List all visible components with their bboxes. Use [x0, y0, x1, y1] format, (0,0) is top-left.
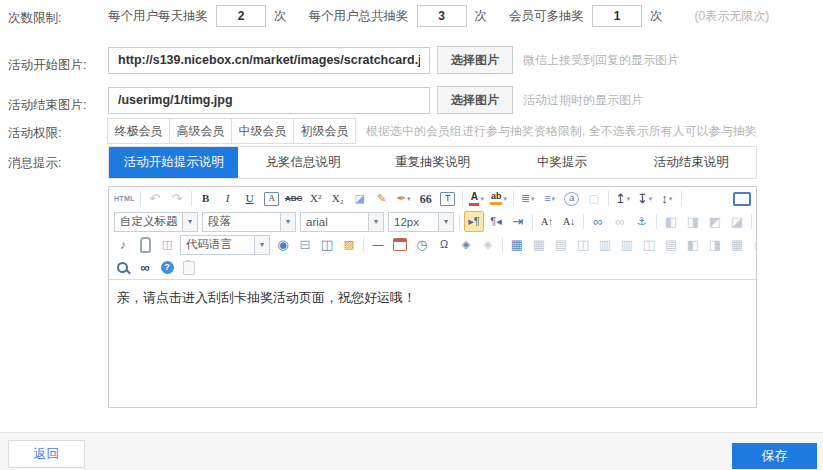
start-image-choose-button[interactable]: 选择图片 — [437, 46, 513, 74]
help-icon[interactable]: ? — [157, 257, 177, 278]
tab-redeem-info[interactable]: 兑奖信息说明 — [238, 147, 367, 178]
line-height-icon[interactable]: ↕▾ — [657, 188, 677, 209]
tab-activity-start-prompt[interactable]: 活动开始提示说明 — [109, 147, 238, 178]
toolbar-row-2: 自定义标题▾段落▾arial▾12px▾▸¶¶◂⇥A↑A↓∞∞⚓◧◨◩◪☺✿ — [109, 210, 756, 233]
attachment-icon[interactable] — [135, 234, 155, 255]
total-input[interactable] — [417, 5, 467, 27]
baidu-map-icon[interactable]: ◈ — [456, 234, 476, 255]
unlink-icon[interactable]: ∞ — [610, 211, 630, 232]
dropdown-arrow-icon: ▾ — [552, 195, 556, 203]
fullscreen-icon[interactable] — [732, 188, 752, 209]
start-image-input[interactable] — [108, 47, 430, 74]
paste-icon[interactable] — [179, 257, 199, 278]
cell-align-icon[interactable]: ▤ — [661, 234, 681, 255]
insert-code-icon[interactable]: ◉ — [273, 234, 293, 255]
toolbar-separator — [191, 191, 192, 206]
tab-win-prompt[interactable]: 中奖提示 — [497, 147, 626, 178]
insert-template-icon[interactable]: ◫ — [317, 234, 337, 255]
dropdown-arrow-icon: ▾ — [503, 195, 507, 203]
bottom-spacing-icon[interactable]: ↧▾ — [635, 188, 655, 209]
music-icon[interactable]: ♪ — [113, 234, 133, 255]
bold-icon[interactable]: B — [196, 188, 216, 209]
merge-cells-icon[interactable]: ◫ — [573, 234, 593, 255]
member-group-ultimate[interactable]: 终极会员 — [107, 118, 170, 144]
remove-format-icon[interactable]: ◪ — [350, 188, 370, 209]
superscript-icon[interactable]: X² — [306, 188, 326, 209]
indent-icon[interactable]: ⇥ — [508, 211, 528, 232]
member-group-junior[interactable]: 初级会员 — [293, 118, 356, 144]
strikethrough-icon[interactable]: ABC — [284, 188, 304, 209]
date-icon[interactable] — [390, 234, 410, 255]
font-size-select[interactable]: 12px▾ — [388, 212, 454, 232]
code-language-select[interactable]: 代码语言▾ — [180, 235, 270, 255]
anchor-label-icon[interactable]: a — [562, 188, 582, 209]
delete-table-icon[interactable]: ▦ — [529, 234, 549, 255]
new-doc-icon[interactable]: ▢ — [749, 234, 756, 255]
insert-table-icon[interactable]: ▦ — [507, 234, 527, 255]
highlight-color-icon[interactable]: ab▾ — [489, 188, 509, 209]
editor-content[interactable]: 亲，请点击进入刮刮卡抽奖活动页面，祝您好运哦！ — [109, 280, 756, 407]
anchor-icon[interactable]: ⚓ — [632, 211, 652, 232]
per-day-input[interactable] — [216, 5, 266, 27]
blank-page-icon[interactable]: ▢ — [584, 188, 604, 209]
hr-icon[interactable]: — — [368, 234, 388, 255]
member-group-senior[interactable]: 高级会员 — [169, 118, 232, 144]
auto-typeset-icon[interactable]: ✎ — [372, 188, 392, 209]
end-image-choose-button[interactable]: 选择图片 — [437, 86, 513, 114]
toolbar-row-1: HTML↶↷BIUAABCX²X₂◪✎✒▾66TA▾ab▾≣▾≡▾a▢↥▾↧▾↕… — [109, 187, 756, 210]
redo-icon[interactable]: ↷ — [167, 188, 187, 209]
member-extra-input[interactable] — [592, 5, 642, 27]
image-right-icon[interactable]: ◪ — [727, 211, 747, 232]
html-source-icon[interactable]: HTML — [113, 188, 136, 209]
format-painter-icon[interactable]: ✒▾ — [394, 188, 414, 209]
subscript-icon[interactable]: X₂ — [328, 188, 348, 209]
time-icon[interactable]: ◷ — [412, 234, 432, 255]
background-icon[interactable]: ▨ — [339, 234, 359, 255]
ordered-list-icon[interactable]: ≣▾ — [518, 188, 538, 209]
font-size-up-icon[interactable]: A↑ — [537, 211, 557, 232]
split-cell-icon[interactable]: ◫ — [639, 234, 659, 255]
member-group-middle[interactable]: 中级会员 — [231, 118, 294, 144]
paste-text-icon[interactable]: T — [438, 188, 458, 209]
font-size-down-icon[interactable]: A↓ — [559, 211, 579, 232]
table-left-icon[interactable]: ◧ — [683, 234, 703, 255]
save-button[interactable]: 保存 — [732, 443, 817, 469]
unordered-list-icon[interactable]: ≡▾ — [540, 188, 560, 209]
tab-label: 中奖提示 — [537, 155, 587, 169]
italic-icon[interactable]: I — [218, 188, 238, 209]
undo-icon[interactable]: ↶ — [145, 188, 165, 209]
table-center-icon[interactable]: ◨ — [705, 234, 725, 255]
border-char-icon[interactable]: A — [262, 188, 282, 209]
paragraph-select[interactable]: 段落▾ — [202, 212, 296, 232]
find-replace-icon[interactable]: ∞ — [135, 257, 155, 278]
message-label: 消息提示: — [8, 155, 61, 172]
pagebreak-icon[interactable]: ⊟ — [295, 234, 315, 255]
font-color-icon[interactable]: A▾ — [467, 188, 487, 209]
table-title-icon[interactable]: ▤ — [551, 234, 571, 255]
google-map-icon[interactable]: ◈ — [478, 234, 498, 255]
ltr-paragraph-icon[interactable]: ▸¶ — [464, 211, 484, 232]
insert-column-icon[interactable]: ▥ — [617, 234, 637, 255]
link-icon[interactable]: ∞ — [588, 211, 608, 232]
toolbar-separator — [656, 214, 657, 229]
tab-repeat-draw[interactable]: 重复抽奖说明 — [368, 147, 497, 178]
insert-frame-icon[interactable]: ◫ — [157, 234, 177, 255]
image-left-icon[interactable]: ◧ — [661, 211, 681, 232]
end-image-input[interactable] — [108, 87, 430, 114]
tab-activity-end[interactable]: 活动结束说明 — [627, 147, 756, 178]
back-button[interactable]: 返回 — [8, 440, 85, 468]
blockquote-icon[interactable]: 66 — [416, 188, 436, 209]
table-fullwidth-icon[interactable]: ▦ — [727, 234, 747, 255]
underline-icon[interactable]: U — [240, 188, 260, 209]
image-center-icon[interactable]: ◨ — [683, 211, 703, 232]
image-inline-icon[interactable]: ◩ — [705, 211, 725, 232]
preview-icon[interactable] — [113, 257, 133, 278]
dropdown-arrow-icon: ▾ — [254, 236, 269, 254]
font-family-select[interactable]: arial▾ — [300, 212, 384, 232]
top-spacing-icon[interactable]: ↥▾ — [613, 188, 633, 209]
special-char-icon[interactable]: Ω — [434, 234, 454, 255]
insert-row-icon[interactable]: ▥ — [595, 234, 615, 255]
dropdown-arrow-icon: ▾ — [480, 195, 484, 203]
rtl-paragraph-icon[interactable]: ¶◂ — [486, 211, 506, 232]
custom-title-select[interactable]: 自定义标题▾ — [114, 212, 198, 232]
